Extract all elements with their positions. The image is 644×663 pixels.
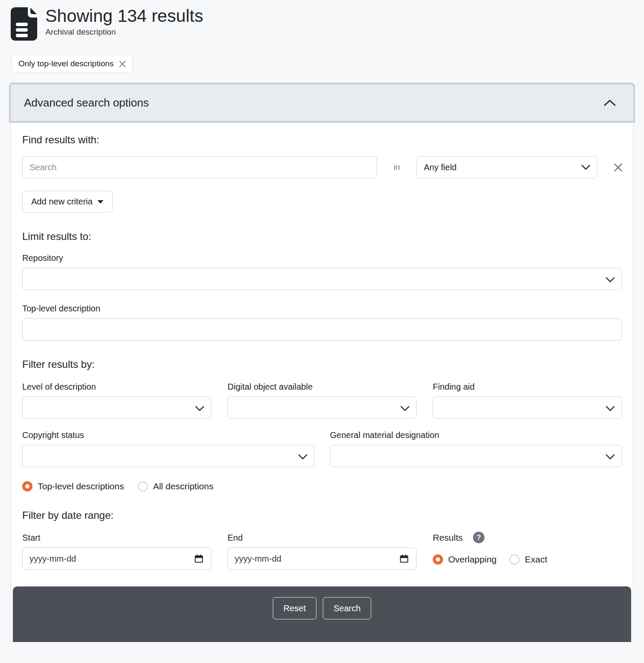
start-date-field: Start yyyy-mm-dd (22, 522, 211, 570)
results-field: Results ? Overlapping Exact (433, 522, 622, 570)
archival-search-page: Showing 134 results Archival description… (0, 0, 644, 642)
file-lines-icon (11, 7, 37, 41)
advanced-search-accordion: Advanced search options Find results wit… (9, 83, 635, 642)
top-level-description-input[interactable] (22, 318, 622, 340)
filter-tag-label: Only top-level descriptions (18, 59, 114, 68)
remove-criteria-button[interactable] (612, 161, 625, 174)
advanced-search-body: Find results with: in Any field (11, 123, 633, 642)
level-of-description-select[interactable] (22, 397, 211, 419)
field-select-wrap: Any field (417, 156, 597, 178)
page-header: Showing 134 results Archival description (0, 6, 644, 41)
filter-grid-row2: Copyright status General material design… (22, 420, 622, 467)
limit-results-heading: Limit results to: (22, 231, 622, 243)
digital-object-select[interactable] (227, 397, 417, 419)
repository-select[interactable] (22, 268, 622, 290)
start-label: Start (22, 533, 211, 543)
add-new-criteria-label: Add new criteria (31, 197, 92, 207)
page-subtitle: Archival description (45, 27, 203, 37)
find-results-heading: Find results with: (22, 134, 622, 146)
copyright-status-label: Copyright status (22, 430, 314, 440)
end-date-input[interactable]: yyyy-mm-dd (227, 548, 417, 570)
start-date-input[interactable]: yyyy-mm-dd (22, 548, 211, 570)
radio-unselected-icon[interactable] (509, 554, 520, 565)
caret-down-icon (97, 200, 103, 204)
radio-exact[interactable]: Exact (509, 554, 547, 565)
gmd-field: General material designation (330, 420, 622, 467)
radio-all-descriptions[interactable]: All descriptions (138, 481, 213, 491)
filter-tag: Only top-level descriptions (12, 55, 133, 73)
level-of-description-field: Level of description (22, 371, 211, 419)
advanced-search-header[interactable]: Advanced search options (9, 83, 635, 123)
field-select[interactable]: Any field (417, 156, 597, 178)
filter-grid-row1: Level of description Digital object avai… (22, 371, 622, 419)
finding-aid-field: Finding aid (433, 371, 622, 419)
search-button[interactable]: Search (323, 597, 371, 619)
radio-unselected-icon[interactable] (138, 481, 148, 491)
copyright-status-select[interactable] (22, 445, 314, 467)
gmd-select[interactable] (330, 445, 622, 467)
digital-object-label: Digital object available (227, 382, 417, 392)
calendar-icon[interactable] (399, 553, 409, 564)
chevron-up-icon (603, 99, 616, 107)
copyright-status-field: Copyright status (22, 420, 314, 467)
gmd-label: General material designation (330, 430, 622, 440)
finding-aid-label: Finding aid (433, 382, 622, 392)
page-title-block: Showing 134 results Archival description (45, 6, 203, 37)
date-range-heading: Filter by date range: (22, 509, 622, 521)
digital-object-field: Digital object available (227, 371, 417, 419)
reset-button[interactable]: Reset (273, 597, 316, 619)
search-criteria-row: in Any field (22, 156, 622, 178)
filter-results-heading: Filter results by: (22, 358, 622, 370)
top-level-description-label: Top-level description (22, 304, 622, 314)
level-of-description-label: Level of description (22, 382, 211, 392)
description-scope-radios: Top-level descriptions All descriptions (22, 481, 622, 491)
remove-filter-icon[interactable] (119, 60, 126, 68)
page-title: Showing 134 results (45, 6, 203, 26)
in-label: in (377, 163, 417, 172)
calendar-icon[interactable] (194, 553, 204, 564)
radio-overlapping[interactable]: Overlapping (433, 554, 496, 565)
end-date-field: End yyyy-mm-dd (227, 522, 417, 570)
repository-select-wrap (22, 276, 622, 283)
search-input[interactable] (22, 156, 377, 178)
help-icon[interactable]: ? (473, 532, 484, 543)
end-label: End (227, 533, 417, 543)
date-range-row: Start yyyy-mm-dd End yyyy-mm- (22, 522, 622, 570)
radio-top-level-descriptions[interactable]: Top-level descriptions (22, 481, 124, 491)
finding-aid-select[interactable] (433, 397, 622, 419)
close-icon (613, 163, 623, 172)
search-actions-bar: Reset Search (13, 586, 631, 642)
radio-selected-icon[interactable] (22, 481, 32, 491)
radio-selected-icon[interactable] (433, 554, 443, 565)
advanced-search-title: Advanced search options (24, 96, 149, 110)
add-new-criteria-button[interactable]: Add new criteria (22, 191, 112, 213)
results-label: Results (433, 533, 463, 543)
results-radios: Overlapping Exact (433, 554, 622, 565)
repository-label: Repository (22, 253, 622, 263)
